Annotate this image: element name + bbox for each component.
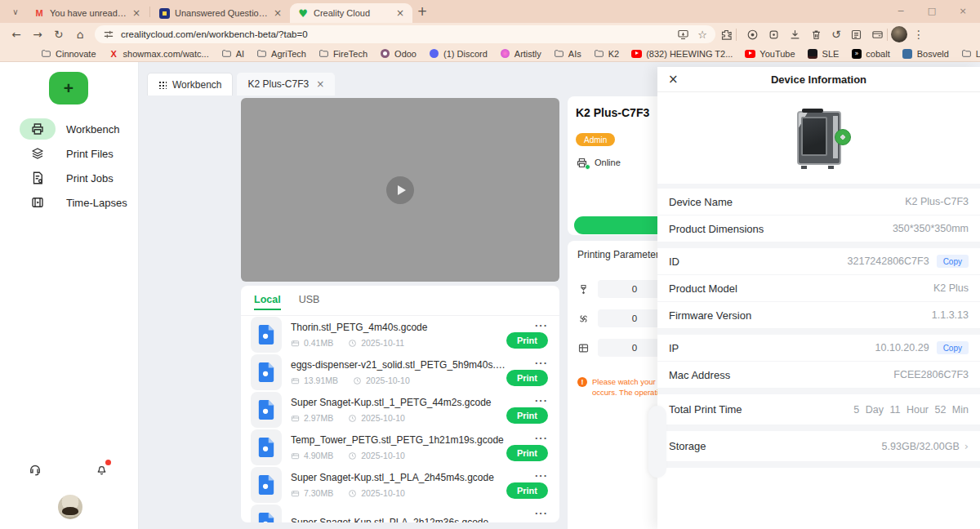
info-row-storage[interactable]: Storage 5.93GB/32.00GB ›	[657, 431, 980, 462]
print-button[interactable]: Print	[506, 370, 548, 386]
bookmark-item[interactable]: Odoo	[380, 48, 416, 59]
file-row[interactable]: Thorin.stl_PETG_4m40s.gcode 0.41MB2025-1…	[241, 316, 559, 353]
tab-device-k2plus[interactable]: K2 Plus-C7F3 ×	[237, 73, 335, 96]
download-icon[interactable]	[789, 29, 801, 41]
bookmark-item[interactable]: (832) HEEWING T2...	[631, 48, 733, 59]
info-row-total-print-time: Total Print Time 5 Day 11 Hour 52 Min	[657, 394, 980, 425]
info-row-id: ID 3217242806C7F3 Copy	[657, 248, 980, 275]
history-icon[interactable]: ↺	[831, 28, 841, 41]
home-button[interactable]: ⌂	[70, 24, 90, 44]
tab-usb[interactable]: USB	[299, 294, 320, 310]
chamber-temp-icon	[577, 342, 590, 354]
tab-close-icon[interactable]: ×	[273, 7, 283, 19]
bookmark-item[interactable]: Xshowmax.com/watc...	[109, 48, 209, 59]
file-row[interactable]: eggs-dispenser-v21_solid.stl_PETG_5h9m40…	[241, 353, 559, 391]
add-device-button[interactable]: +	[49, 72, 88, 104]
minimize-button[interactable]: −	[885, 0, 916, 21]
user-avatar[interactable]	[58, 495, 82, 519]
file-menu-icon[interactable]: ···	[535, 359, 548, 367]
file-menu-icon[interactable]: ···	[535, 434, 548, 442]
file-menu-icon[interactable]: ···	[535, 509, 548, 518]
file-row[interactable]: Super Snaget-Kup.stl_1_PLA_2h45m4s.gcode…	[241, 466, 559, 504]
bookmark-item[interactable]: (1) Discord	[429, 48, 488, 59]
file-date: 2025-10-10	[361, 451, 405, 460]
tab-close-icon[interactable]: ×	[395, 7, 405, 19]
new-tab-button[interactable]: +	[412, 2, 432, 21]
notifications-bell-icon[interactable]	[95, 462, 109, 476]
tab-search-button[interactable]: ∨	[5, 3, 26, 20]
url-text[interactable]: crealitycloud.com/en/workbench-beta/?tab…	[121, 29, 670, 39]
browser-tab-gmail[interactable]: M You have unread messages - d... ×	[26, 3, 149, 23]
browser-tab-creality[interactable]: ♥ Creality Cloud ×	[290, 3, 412, 23]
tab-close-icon[interactable]: ×	[131, 7, 141, 19]
file-menu-icon[interactable]: ···	[535, 322, 548, 330]
sidebar-item-time-lapses[interactable]: Time-Lapses	[0, 191, 138, 214]
support-headset-icon[interactable]	[28, 462, 42, 477]
sidebar-item-workbench[interactable]: Workbench	[0, 118, 138, 140]
chevron-right-icon: ›	[964, 440, 969, 452]
file-row[interactable]: Super Snaget-Kup.stl_1_PETG_44m2s.gcode …	[241, 391, 559, 429]
bookmark-label: YouTube	[760, 49, 795, 59]
print-button[interactable]: Print	[506, 407, 548, 424]
youtube-icon	[745, 48, 755, 59]
camera-extension-icon[interactable]	[746, 29, 759, 41]
extension-icon[interactable]	[768, 29, 780, 41]
row-value: 350*350*350mm	[893, 223, 969, 234]
bookmark-item[interactable]: FireTech	[318, 48, 368, 59]
bookmark-item[interactable]: K2	[594, 48, 619, 59]
address-bar[interactable]: crealitycloud.com/en/workbench-beta/?tab…	[95, 25, 715, 43]
bookmark-item[interactable]: AIs	[554, 48, 581, 59]
print-button[interactable]: Print	[506, 482, 548, 499]
file-size: 2.97MB	[304, 413, 333, 423]
sidebar-item-print-files[interactable]: Print Files	[0, 142, 138, 165]
panel-header: × Device Information	[657, 67, 980, 92]
panel-close-icon[interactable]: ×	[668, 73, 679, 86]
nozzle-temp-icon	[577, 283, 590, 296]
copy-ip-button[interactable]: Copy	[937, 341, 969, 354]
bookmark-star-icon[interactable]: ☆	[697, 29, 707, 41]
bookmark-item[interactable]: Cinnovate	[41, 48, 96, 59]
bookmark-item[interactable]: »cobalt	[851, 48, 889, 59]
file-menu-icon[interactable]: ···	[535, 472, 548, 480]
send-to-device-icon[interactable]	[677, 29, 689, 41]
panel-collapse-handle[interactable]	[648, 406, 666, 478]
bookmark-item[interactable]: Bosveld	[902, 48, 949, 59]
app-sidebar: + Workbench Print Files Print Jobs Time-…	[0, 62, 139, 529]
tab-local[interactable]: Local	[254, 294, 281, 310]
file-name: Super Snaget-Kup.stl_1_PLA_2h45m4s.gcode	[291, 472, 506, 483]
document-icon	[20, 167, 56, 189]
file-menu-icon[interactable]: ···	[535, 397, 548, 405]
bookmark-item[interactable]: AgriTech	[256, 48, 306, 59]
file-row[interactable]: Temp_Tower_PETG.stl_PETG_1h21m19s.gcode …	[241, 429, 559, 466]
bookmark-item[interactable]: Artistly	[500, 48, 541, 59]
browser-tab-questions[interactable]: Unanswered Questions ×	[151, 3, 290, 23]
back-button[interactable]: ←	[7, 24, 26, 44]
size-icon	[291, 414, 300, 423]
close-button[interactable]: ×	[947, 0, 978, 21]
bookmark-item[interactable]: SLE	[808, 48, 840, 59]
browser-menu-icon[interactable]: ⋮	[909, 24, 929, 44]
extensions-puzzle-icon[interactable]	[720, 29, 733, 41]
trash-icon[interactable]	[810, 29, 822, 41]
online-dot	[585, 164, 590, 170]
copy-id-button[interactable]: Copy	[937, 255, 969, 268]
wallet-icon[interactable]	[871, 29, 884, 41]
file-row[interactable]: Super Snaget-Kup.stl_PLA_2h12m36s.gcode …	[241, 504, 559, 522]
print-button[interactable]: Print	[506, 445, 548, 461]
folder-icon	[961, 48, 972, 59]
notes-icon[interactable]	[850, 29, 862, 41]
sidebar-item-print-jobs[interactable]: Print Jobs	[0, 167, 138, 189]
bookmark-item[interactable]: AI	[221, 48, 244, 59]
print-button[interactable]: Print	[506, 332, 548, 349]
reload-button[interactable]: ↻	[49, 24, 69, 44]
bed-temp-icon	[577, 313, 590, 325]
forward-button[interactable]: →	[28, 24, 47, 44]
play-button[interactable]	[386, 176, 414, 204]
bookmark-item[interactable]: Landy	[961, 48, 980, 59]
tab-close-icon[interactable]: ×	[316, 78, 324, 90]
site-settings-icon[interactable]	[103, 29, 114, 40]
tab-workbench[interactable]: Workbench	[147, 73, 233, 96]
maximize-button[interactable]: □	[916, 0, 947, 21]
bookmark-item[interactable]: YouTube	[745, 48, 795, 59]
profile-avatar[interactable]	[891, 26, 907, 42]
